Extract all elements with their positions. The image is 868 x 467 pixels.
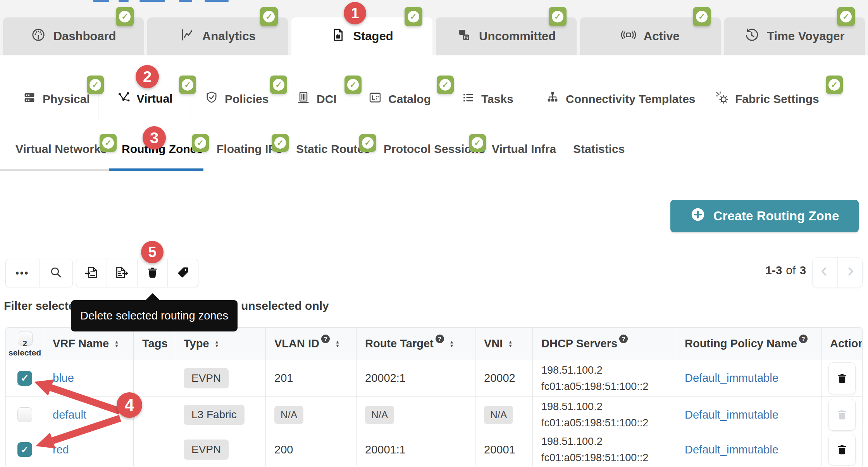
sort-icon: ▲▼: [508, 340, 513, 348]
delete-row-button[interactable]: [828, 362, 856, 394]
gauge-icon: [31, 27, 46, 45]
search-button[interactable]: [39, 259, 73, 287]
check-icon: ✓: [696, 11, 708, 22]
active-tab-indicator: [109, 168, 203, 171]
tab-time-voyager[interactable]: Time Voyager ✓: [724, 17, 865, 55]
step-5-annotation: 5: [141, 241, 164, 263]
previous-page-button[interactable]: [813, 258, 837, 287]
dhcp-servers-cell: 198.51.100.2fc01:a05:198:51:100::2: [533, 397, 676, 433]
vlan-id-value: 201: [274, 372, 293, 384]
tab-uncommitted[interactable]: Uncommitted ✓: [436, 17, 577, 55]
filter-option-unselected-only[interactable]: unselected only: [241, 299, 329, 312]
tab-virtual-networks[interactable]: Virtual Networks: [16, 136, 107, 162]
dhcp-v4: 198.51.100.2: [541, 433, 676, 450]
row-checkbox-checked[interactable]: ✓: [17, 442, 32, 457]
committed-check-badge: ✓: [549, 7, 567, 26]
tab-dashboard[interactable]: Dashboard ✓: [3, 17, 144, 55]
col-header-vni[interactable]: VNI▲▼: [475, 327, 533, 360]
pagination-total: 3: [799, 264, 806, 276]
dhcp-v6: fc01:a05:198:51:100::2: [541, 450, 676, 466]
uncommitted-icon: [456, 27, 471, 45]
search-icon: [50, 266, 62, 280]
import-routing-zones-button[interactable]: [76, 259, 107, 287]
check-badge: ✓: [192, 134, 209, 152]
vrf-link[interactable]: blue: [53, 372, 74, 384]
tab-fabric-settings[interactable]: Fabric Settings: [715, 79, 819, 119]
type-badge: L3 Fabric: [184, 405, 245, 425]
col-label: DHCP Servers: [541, 337, 617, 350]
shield-check-icon: [205, 91, 219, 107]
tab-label: Analytics: [202, 29, 256, 43]
routing-policy-link[interactable]: Default_immutable: [685, 443, 778, 456]
select-all-header[interactable]: 2 selected: [5, 327, 44, 360]
history-icon: [744, 27, 759, 45]
help-icon: ?: [799, 335, 808, 343]
routing-policy-link[interactable]: Default_immutable: [685, 409, 778, 421]
pagination-controls: [812, 257, 863, 287]
tab-tasks[interactable]: Tasks: [461, 79, 513, 119]
plus-circle-icon: [690, 207, 706, 225]
table-header-row: 2 selected VRF Name▲▼ Tags Type▲▼ VLAN I…: [5, 327, 863, 360]
routing-policy-link[interactable]: Default_immutable: [685, 372, 778, 384]
help-icon: ?: [321, 335, 330, 343]
col-header-route-target[interactable]: Route Target?▲▼: [356, 327, 475, 360]
vni-value: 20002: [484, 372, 515, 384]
tab-policies[interactable]: Policies: [205, 79, 269, 119]
vrf-link[interactable]: red: [53, 443, 69, 456]
tab-statistics[interactable]: Statistics: [573, 136, 625, 162]
col-header-type[interactable]: Type▲▼: [175, 327, 266, 360]
row-checkbox-checked[interactable]: ✓: [17, 371, 32, 386]
tab-active[interactable]: Active ✓: [580, 17, 721, 55]
tab-staged[interactable]: Staged ✓ 1: [291, 17, 432, 55]
create-routing-zone-button[interactable]: Create Routing Zone: [670, 200, 859, 232]
export-routing-zones-button[interactable]: [107, 259, 137, 287]
row-select-cell: ✓: [5, 360, 44, 397]
clipped-header-fragment: [205, 0, 229, 2]
sort-icon: ▲▼: [215, 340, 219, 348]
type-badge: EVPN: [184, 368, 229, 388]
tab-connectivity-templates[interactable]: Connectivity Templates: [546, 79, 696, 119]
vrf-link[interactable]: default: [53, 409, 86, 421]
blueprint-tab-bar: Physical Virtual Policies DCI Catalog Ta…: [0, 55, 868, 120]
next-page-button[interactable]: [837, 258, 863, 287]
check-icon: ✓: [119, 11, 131, 22]
tag-selected-button[interactable]: [167, 259, 198, 287]
trash-icon: [146, 266, 159, 280]
row-select-cell: [5, 397, 44, 433]
check-icon: ✓: [472, 137, 483, 149]
tab-label: Virtual Networks: [16, 143, 107, 156]
vni-na-badge: N/A: [484, 406, 513, 424]
tab-virtual-infra[interactable]: Virtual Infra: [492, 136, 556, 162]
dhcp-servers-cell: 198.51.100.2fc01:a05:198:51:100::2: [533, 360, 676, 397]
col-header-routing-policy: Routing Policy Name?: [676, 327, 822, 360]
col-label: VNI: [484, 337, 503, 350]
tab-catalog[interactable]: Catalog: [368, 79, 431, 119]
check-icon: ✓: [362, 137, 374, 149]
col-label: Tags: [142, 337, 168, 350]
tags-cell: [134, 360, 175, 397]
row-checkbox-unchecked[interactable]: [17, 407, 32, 422]
tab-physical[interactable]: Physical: [22, 79, 90, 119]
check-badge: ✓: [359, 134, 376, 152]
virtual-network-icon: [117, 90, 131, 107]
dhcp-v6: fc01:a05:198:51:100::2: [541, 378, 676, 395]
col-label: Route Target: [365, 337, 434, 350]
col-header-actions: Actions: [822, 327, 863, 360]
check-icon: ✓: [21, 444, 29, 455]
col-header-vlan-id[interactable]: VLAN ID?▲▼: [266, 327, 356, 360]
tag-icon: [177, 266, 189, 280]
tab-analytics[interactable]: Analytics ✓: [147, 17, 288, 55]
virtual-section-tab-bar: Virtual Networks Routing Zones Floating …: [0, 119, 868, 174]
sort-icon: ▲▼: [450, 340, 454, 348]
more-actions-button[interactable]: •••: [6, 259, 39, 287]
table-row-blue: ✓ blue EVPN 201 20002:1 20002 198.51.100…: [5, 360, 863, 397]
committed-check-badge: ✓: [837, 7, 855, 26]
delete-row-button[interactable]: [828, 434, 856, 465]
col-header-vrf-name[interactable]: VRF Name▲▼: [44, 327, 134, 360]
delete-tooltip: Delete selected routing zones: [71, 300, 238, 331]
tab-dci[interactable]: DCI: [296, 79, 337, 119]
chevron-left-icon: [819, 266, 831, 279]
check-badge: ✓: [179, 76, 196, 94]
tab-label: Dashboard: [53, 29, 116, 43]
committed-check-badge: ✓: [260, 7, 278, 26]
